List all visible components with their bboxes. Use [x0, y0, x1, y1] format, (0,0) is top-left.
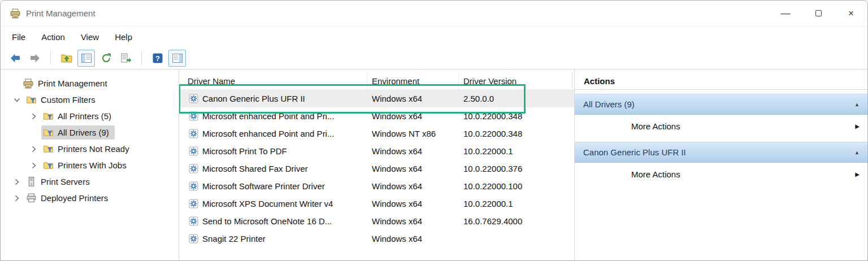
driver-version-cell: 10.0.22000.348	[459, 111, 572, 121]
environment-cell: Windows x64	[367, 94, 459, 103]
driver-name: Microsoft Shared Fax Driver	[202, 164, 308, 173]
tree-item-all-printers-5[interactable]: All Printers (5)	[1, 108, 179, 124]
action-item-label: More Actions	[631, 121, 680, 131]
tree-item-body[interactable]: All Drivers (9)	[41, 125, 115, 140]
environment-value: Windows x64	[372, 164, 422, 173]
driver-row-microsoft-software-printer-driver[interactable]: Microsoft Software Printer DriverWindows…	[179, 177, 574, 195]
driver-version-cell: 10.0.22000.376	[459, 164, 572, 173]
collapse-icon[interactable]: ▲	[854, 102, 860, 107]
column-header-environment[interactable]: Environment	[367, 73, 459, 89]
column-header-label: Driver Version	[463, 76, 517, 86]
driver-row-microsoft-xps-document-writer-v4[interactable]: Microsoft XPS Document Writer v4Windows …	[179, 195, 574, 212]
driver-row-microsoft-enhanced-point-and-pri[interactable]: Microsoft enhanced Point and Pri...Windo…	[179, 125, 574, 142]
tree-item-custom-filters[interactable]: Custom Filters	[1, 92, 179, 108]
environment-value: Windows x64	[372, 146, 422, 156]
action-section-header-all-drivers-9[interactable]: All Drivers (9)▲	[575, 94, 867, 115]
close-icon: ×	[848, 8, 854, 19]
tree-item-all-drivers-9[interactable]: All Drivers (9)	[1, 124, 179, 141]
driver-version-value: 10.0.22000.100	[463, 181, 522, 191]
driver-name: Send to Microsoft OneNote 16 D...	[202, 216, 332, 226]
chevron-right-icon[interactable]	[27, 112, 41, 121]
menu-help[interactable]: Help	[107, 32, 140, 42]
back-button[interactable]	[6, 50, 24, 67]
environment-cell: Windows x64	[367, 111, 459, 121]
driver-version-cell: 10.0.22000.1	[459, 199, 572, 208]
driver-row-microsoft-enhanced-point-and-pri[interactable]: Microsoft enhanced Point and Pri...Windo…	[179, 107, 574, 125]
help-button[interactable]: ?	[149, 50, 166, 67]
tree-item-print-servers[interactable]: Print Servers	[1, 173, 179, 190]
filter-folder-icon	[43, 111, 54, 121]
action-pane-toggle-button[interactable]	[168, 50, 186, 67]
tree-item-body[interactable]: Deployed Printers	[24, 191, 114, 205]
tree-item-label: Printers With Jobs	[58, 160, 127, 170]
filter-folder-icon	[43, 143, 54, 154]
menu-action[interactable]: Action	[33, 32, 73, 42]
tree-item-printers-with-jobs[interactable]: Printers With Jobs	[1, 157, 179, 173]
server-icon	[26, 176, 37, 187]
tree-item-printers-not-ready[interactable]: Printers Not Ready	[1, 141, 179, 157]
driver-icon	[189, 94, 198, 103]
driver-name: Microsoft Print To PDF	[202, 146, 287, 156]
tree-item-body[interactable]: Print Management	[21, 76, 113, 91]
driver-icon	[189, 199, 198, 208]
refresh-icon	[100, 52, 112, 64]
title-bar: Print Management — ×	[1, 1, 867, 27]
column-header-driver-version[interactable]: Driver Version	[459, 73, 572, 89]
environment-cell: Windows NT x86	[367, 129, 459, 138]
up-level-button[interactable]	[58, 50, 75, 67]
printer-icon	[26, 193, 37, 203]
environment-value: Windows x64	[372, 234, 422, 243]
console-tree: Print ManagementCustom FiltersAll Printe…	[1, 75, 179, 206]
tree-item-body[interactable]: Custom Filters	[24, 93, 101, 107]
close-button[interactable]: ×	[835, 1, 867, 26]
tree-item-body[interactable]: Print Servers	[24, 175, 96, 189]
tree-item-label: Custom Filters	[41, 95, 96, 105]
help-icon: ?	[151, 52, 164, 64]
console-tree-toggle-button[interactable]	[77, 50, 95, 67]
maximize-icon	[815, 10, 822, 16]
column-header-label: Environment	[372, 76, 419, 86]
menu-bar: FileActionViewHelp	[1, 27, 867, 47]
drivers-list: Canon Generic Plus UFR IIWindows x642.50…	[179, 90, 574, 260]
minimize-button[interactable]: —	[769, 1, 802, 26]
environment-cell: Windows x64	[367, 164, 459, 173]
back-icon	[9, 52, 21, 64]
tree-item-body[interactable]: Printers With Jobs	[41, 158, 132, 172]
driver-row-snagit-22-printer[interactable]: Snagit 22 PrinterWindows x64	[179, 230, 574, 247]
driver-version-cell: 10.0.22000.1	[459, 146, 572, 156]
toolbar: ?	[1, 47, 867, 69]
tree-item-deployed-printers[interactable]: Deployed Printers	[1, 190, 179, 206]
menu-file[interactable]: File	[4, 32, 33, 42]
driver-version-value: 10.0.22000.1	[463, 146, 513, 156]
tree-item-body[interactable]: All Printers (5)	[41, 109, 117, 123]
tree-item-print-management[interactable]: Print Management	[1, 75, 179, 92]
driver-icon	[189, 111, 198, 121]
chevron-right-icon[interactable]	[10, 194, 24, 203]
action-item-more-actions[interactable]: More Actions▶	[575, 115, 867, 138]
export-list-icon	[120, 52, 132, 64]
environment-value: Windows x64	[372, 216, 422, 226]
driver-row-canon-generic-plus-ufr-ii[interactable]: Canon Generic Plus UFR IIWindows x642.50…	[179, 90, 574, 107]
toolbar-separator	[141, 51, 142, 65]
chevron-right-icon[interactable]	[27, 161, 41, 170]
action-section-header-canon-generic-plus-ufr-ii[interactable]: Canon Generic Plus UFR II▲	[575, 142, 867, 163]
menu-view[interactable]: View	[73, 32, 107, 42]
forward-button[interactable]	[26, 50, 44, 67]
tree-item-body[interactable]: Printers Not Ready	[41, 142, 135, 156]
driver-row-microsoft-shared-fax-driver[interactable]: Microsoft Shared Fax DriverWindows x6410…	[179, 160, 574, 177]
refresh-button[interactable]	[97, 50, 115, 67]
collapse-icon[interactable]: ▲	[854, 150, 860, 155]
driver-name: Microsoft Software Printer Driver	[202, 181, 325, 191]
column-header-driver-name[interactable]: Driver Name	[179, 73, 367, 89]
action-item-more-actions[interactable]: More Actions▶	[575, 163, 867, 186]
driver-row-send-to-microsoft-onenote-16-d[interactable]: Send to Microsoft OneNote 16 D...Windows…	[179, 212, 574, 230]
maximize-button[interactable]	[802, 1, 835, 26]
environment-value: Windows NT x86	[372, 129, 436, 138]
export-list-button[interactable]	[117, 50, 134, 67]
driver-name-cell: Canon Generic Plus UFR II	[179, 94, 367, 103]
chevron-right-icon[interactable]	[10, 177, 24, 186]
print-management-icon	[23, 78, 34, 89]
chevron-right-icon[interactable]	[27, 145, 41, 154]
chevron-down-icon[interactable]	[10, 95, 24, 105]
driver-row-microsoft-print-to-pdf[interactable]: Microsoft Print To PDFWindows x6410.0.22…	[179, 142, 574, 160]
